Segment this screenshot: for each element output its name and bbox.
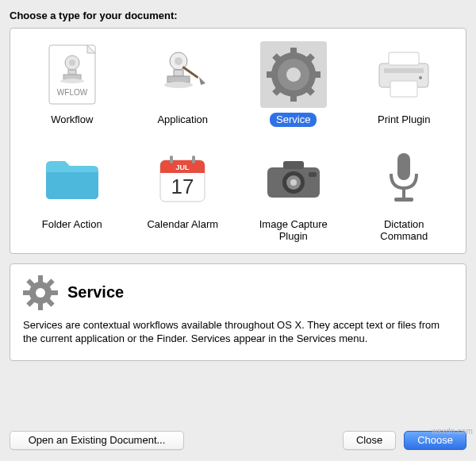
svg-rect-43 xyxy=(309,172,317,177)
dialog-footer: Open an Existing Document... Close Choos… xyxy=(10,420,466,451)
svg-rect-46 xyxy=(394,198,413,202)
svg-rect-17 xyxy=(290,92,297,102)
svg-point-25 xyxy=(286,67,301,82)
service-icon xyxy=(260,41,327,108)
detail-title: Service xyxy=(67,283,124,302)
svg-rect-44 xyxy=(397,153,410,180)
printer-icon xyxy=(370,41,437,108)
type-image-capture-plugin[interactable]: Image Capture Plugin xyxy=(240,146,347,244)
svg-rect-27 xyxy=(389,52,419,65)
svg-rect-47 xyxy=(38,275,43,282)
svg-rect-18 xyxy=(267,71,276,78)
svg-rect-9 xyxy=(174,70,183,76)
svg-rect-36 xyxy=(170,156,173,163)
svg-text:WFLOW: WFLOW xyxy=(57,88,88,97)
svg-rect-28 xyxy=(390,81,417,97)
svg-rect-10 xyxy=(167,76,190,83)
svg-rect-37 xyxy=(192,156,195,163)
type-application[interactable]: Application xyxy=(129,41,237,127)
svg-rect-29 xyxy=(384,68,424,73)
svg-point-30 xyxy=(419,76,422,79)
svg-marker-13 xyxy=(199,77,205,85)
microphone-icon xyxy=(370,146,437,213)
type-label: Calendar Alarm xyxy=(140,217,225,232)
svg-rect-49 xyxy=(23,290,30,295)
svg-point-5 xyxy=(60,79,84,83)
svg-point-8 xyxy=(175,57,182,65)
svg-point-11 xyxy=(164,82,193,88)
type-label: Application xyxy=(151,113,214,127)
type-calendar-alarm[interactable]: JUL 17 Calendar Alarm xyxy=(129,146,237,244)
application-icon xyxy=(149,41,216,108)
type-label: Workflow xyxy=(44,113,99,127)
svg-rect-3 xyxy=(68,70,76,75)
type-workflow[interactable]: WFLOW Workflow xyxy=(18,41,126,127)
svg-point-42 xyxy=(290,179,297,186)
workflow-icon: WFLOW xyxy=(39,41,106,108)
open-existing-document-button[interactable]: Open an Existing Document... xyxy=(10,431,184,450)
svg-rect-19 xyxy=(311,71,321,78)
type-dictation-command[interactable]: Dictation Command xyxy=(351,146,459,244)
type-folder-action[interactable]: Folder Action xyxy=(18,146,126,244)
document-type-grid: WFLOW Workflow Application xyxy=(10,28,466,254)
type-print-plugin[interactable]: Print Plugin xyxy=(351,41,459,127)
svg-text:17: 17 xyxy=(171,175,194,198)
type-label: Dictation Command xyxy=(352,217,455,244)
folder-icon xyxy=(39,146,106,213)
calendar-icon: JUL 17 xyxy=(149,146,216,213)
detail-description: Services are contextual workflows availa… xyxy=(23,318,453,346)
svg-rect-16 xyxy=(290,48,297,57)
type-detail-panel: Service Services are contextual workflow… xyxy=(10,263,466,361)
svg-rect-48 xyxy=(38,303,43,310)
detail-gear-icon xyxy=(23,275,58,310)
camera-icon xyxy=(260,146,327,213)
svg-rect-39 xyxy=(283,161,304,169)
choose-type-prompt: Choose a type for your document: xyxy=(10,10,466,21)
svg-point-56 xyxy=(36,288,45,298)
type-service[interactable]: Service xyxy=(240,41,347,127)
close-button[interactable]: Close xyxy=(343,431,396,450)
type-label: Folder Action xyxy=(36,217,109,232)
type-label: Print Plugin xyxy=(371,113,436,127)
svg-rect-45 xyxy=(402,188,405,198)
svg-point-2 xyxy=(69,60,75,66)
type-label: Image Capture Plugin xyxy=(242,217,345,244)
type-label: Service xyxy=(270,113,317,127)
watermark-text: wsxdn.com xyxy=(432,427,473,436)
svg-text:JUL: JUL xyxy=(176,163,190,171)
svg-rect-50 xyxy=(51,290,58,295)
